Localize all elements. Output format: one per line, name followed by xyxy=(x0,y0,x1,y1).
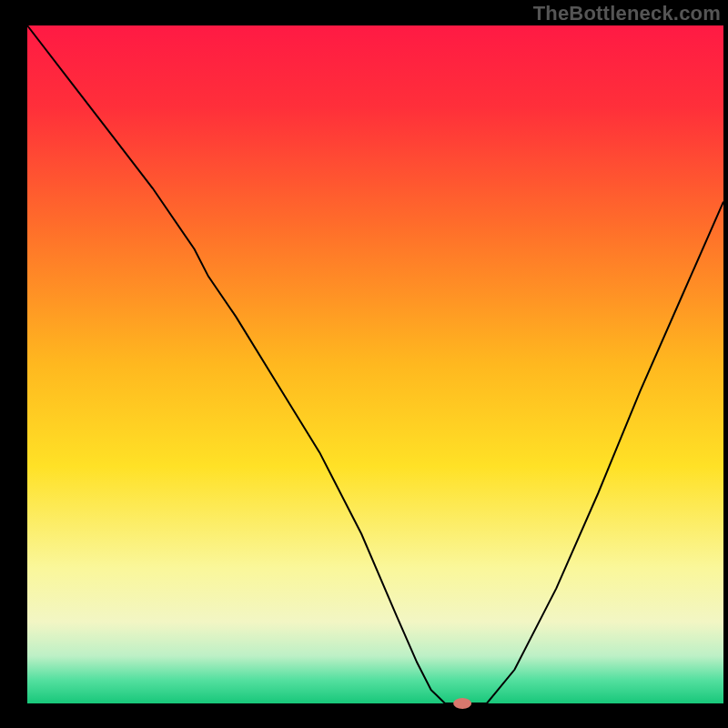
bottleneck-chart xyxy=(0,0,728,728)
plot-area xyxy=(27,25,723,703)
chart-container: TheBottleneck.com xyxy=(0,0,728,728)
current-point-marker xyxy=(453,698,471,709)
watermark-label: TheBottleneck.com xyxy=(533,2,721,25)
